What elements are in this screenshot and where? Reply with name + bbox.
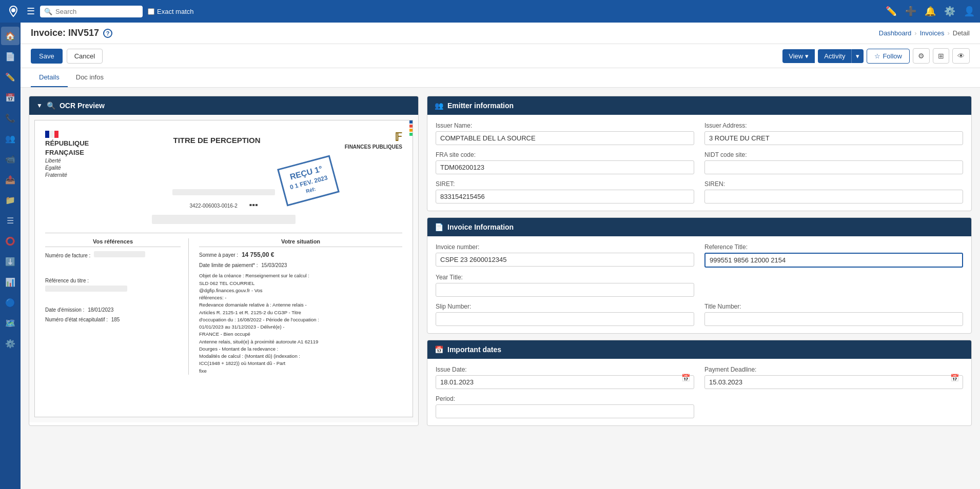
period-field: Period:	[436, 395, 694, 418]
payment-deadline-label: Payment Deadline:	[704, 366, 963, 373]
sidebar-item-send[interactable]: 📤	[1, 170, 19, 189]
votre-situation-section: Votre situation Somme à payer : 14 755,0…	[199, 238, 402, 375]
payment-deadline-calendar-icon[interactable]: 📅	[950, 374, 959, 382]
title-number-input[interactable]	[704, 312, 963, 326]
content-area: ▼ 🔍 OCR Preview	[21, 88, 980, 434]
siret-input[interactable]	[436, 190, 694, 203]
reference-title-input[interactable]	[704, 253, 963, 268]
slip-number-field: Slip Number:	[436, 303, 694, 326]
emitter-info-title: Emitter information	[447, 101, 514, 110]
activity-caret-button[interactable]: ▾	[851, 49, 864, 63]
issuer-name-input[interactable]	[436, 131, 694, 145]
sidebar-item-home[interactable]: 🏠	[1, 27, 19, 45]
sidebar-item-dot[interactable]: 🔵	[1, 293, 19, 312]
tab-doc-infos[interactable]: Doc infos	[68, 68, 112, 87]
color-dot-orange	[409, 129, 413, 132]
year-title-field: Year Title:	[436, 274, 694, 297]
slip-number-label: Slip Number:	[436, 303, 694, 310]
payment-deadline-field: Payment Deadline: 📅	[704, 366, 963, 389]
eye-button[interactable]: 👁	[952, 48, 970, 64]
invoice-number-input[interactable]	[436, 253, 694, 267]
invoice-info-body: Invoice number: Reference Title: Year Ti…	[427, 236, 971, 333]
edit-nav-icon[interactable]: ✏️	[886, 6, 897, 17]
nidt-code-input[interactable]	[704, 160, 963, 174]
invoice-info-title: Invoice Information	[447, 223, 514, 231]
exact-match-checkbox-label[interactable]: Exact match	[148, 8, 194, 15]
sidebar-item-edit[interactable]: ✏️	[1, 68, 19, 86]
gear-button[interactable]: ⚙	[913, 48, 930, 64]
numero-facture-row: Numéro de facture :	[45, 251, 181, 258]
user-avatar[interactable]: 👤	[964, 6, 975, 17]
tab-bar: Details Doc infos	[21, 68, 980, 88]
bell-icon[interactable]: 🔔	[925, 6, 936, 17]
blurred-ref	[45, 286, 127, 292]
sidebar-item-settings2[interactable]: ⚙️	[1, 334, 19, 353]
page-header: Invoice: INV517 ? Dashboard › Invoices ›…	[21, 23, 980, 44]
barcode-ref: 3422-006003-0016-2 ▪▪▪	[45, 200, 402, 210]
period-input[interactable]	[436, 404, 694, 418]
cancel-button[interactable]: Cancel	[67, 49, 103, 64]
right-panel: 👥 Emitter information Issuer Name: Issue…	[427, 96, 972, 426]
sidebar-item-video[interactable]: 📹	[1, 150, 19, 168]
sidebar-item-document[interactable]: 📄	[1, 47, 19, 66]
exact-match-checkbox[interactable]	[148, 8, 154, 15]
issuer-address-field: Issuer Address:	[704, 122, 963, 145]
siret-field: SIRET:	[436, 180, 694, 203]
view-caret-icon: ▾	[805, 52, 809, 60]
siret-label: SIRET:	[436, 180, 694, 188]
add-nav-icon[interactable]: ➕	[905, 6, 916, 17]
ocr-toggle-icon[interactable]: ▼	[36, 102, 43, 109]
settings-icon[interactable]: ⚙️	[944, 6, 955, 17]
issue-date-calendar-icon[interactable]: 📅	[681, 374, 690, 382]
sidebar-item-folder[interactable]: 📁	[1, 191, 19, 209]
issuer-name-field: Issuer Name:	[436, 122, 694, 145]
fra-site-code-input[interactable]	[436, 160, 694, 174]
sidebar-item-circle[interactable]: ⭕	[1, 232, 19, 250]
sidebar-item-list[interactable]: ☰	[1, 211, 19, 230]
side-color-bar	[409, 120, 413, 417]
republic-text: RÉPUBLIQUE FRANÇAISE Liberté Égalité Fra…	[45, 139, 89, 179]
save-button[interactable]: Save	[31, 49, 63, 64]
siren-input[interactable]	[704, 190, 963, 203]
invoice-form-grid: Invoice number: Reference Title: Year Ti…	[436, 243, 963, 326]
qr-code-placeholder: ▪▪▪	[249, 200, 258, 209]
page-title: Invoice: INV517	[31, 28, 99, 38]
breadcrumb-invoices[interactable]: Invoices	[920, 29, 945, 37]
finances-text: FINANCES PUBLIQUES	[345, 144, 402, 150]
slip-number-input[interactable]	[436, 312, 694, 326]
grid-button[interactable]: ⊞	[933, 48, 949, 64]
emitter-info-section: 👥 Emitter information Issuer Name: Issue…	[427, 96, 972, 211]
emitter-info-header: 👥 Emitter information	[427, 96, 971, 115]
vos-refs-title: Vos références	[45, 238, 181, 247]
menu-icon[interactable]: ☰	[27, 6, 35, 17]
blurred-field-2	[152, 215, 296, 224]
doc-header: RÉPUBLIQUE FRANÇAISE Liberté Égalité Fra…	[45, 131, 402, 179]
sidebar-item-calendar[interactable]: 📅	[1, 88, 19, 107]
sidebar-item-download[interactable]: ⬇️	[1, 252, 19, 271]
sidebar-item-phone[interactable]: 📞	[1, 109, 19, 127]
sidebar-item-chart[interactable]: 📊	[1, 273, 19, 291]
invoice-info-header: 📄 Invoice Information	[427, 218, 971, 236]
emitter-form-grid: Issuer Name: Issuer Address: FRA site co…	[436, 122, 963, 203]
view-button[interactable]: View ▾	[782, 49, 815, 63]
search-input[interactable]	[55, 8, 127, 15]
app-logo[interactable]	[5, 3, 22, 19]
year-title-input[interactable]	[436, 283, 694, 297]
tab-details[interactable]: Details	[31, 68, 68, 87]
sidebar-item-users[interactable]: 👥	[1, 129, 19, 148]
sidebar-item-map[interactable]: 🗺️	[1, 314, 19, 332]
breadcrumb-dashboard[interactable]: Dashboard	[879, 29, 912, 37]
nav-icons-group: ✏️ ➕ 🔔 ⚙️ 👤	[886, 6, 975, 17]
follow-button[interactable]: ☆ Follow	[867, 49, 910, 64]
activity-button[interactable]: Activity	[818, 49, 851, 63]
star-icon: ☆	[874, 52, 880, 60]
issue-date-field: Issue Date: 📅	[436, 366, 694, 389]
invoice-info-section: 📄 Invoice Information Invoice number: Re…	[427, 217, 972, 334]
doc-sections: Vos références Numéro de facture : Référ…	[45, 233, 402, 375]
year-title-label: Year Title:	[436, 274, 694, 281]
issue-date-input[interactable]	[436, 375, 694, 389]
help-icon[interactable]: ?	[103, 29, 112, 38]
issuer-address-input[interactable]	[704, 131, 963, 145]
issuer-address-label: Issuer Address:	[704, 122, 963, 129]
payment-deadline-input[interactable]	[704, 375, 963, 389]
